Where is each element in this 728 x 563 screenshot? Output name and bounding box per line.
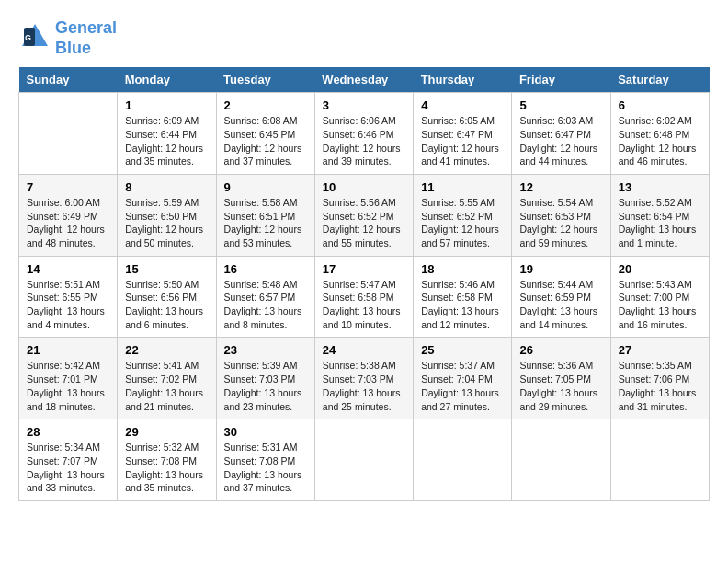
day-number: 3 <box>323 98 405 112</box>
day-info: Sunrise: 5:50 AM Sunset: 6:56 PM Dayligh… <box>125 278 208 332</box>
day-cell-13: 13Sunrise: 5:52 AM Sunset: 6:54 PM Dayli… <box>610 174 709 256</box>
column-header-friday: Friday <box>512 67 610 93</box>
day-info: Sunrise: 5:46 AM Sunset: 6:58 PM Dayligh… <box>421 278 504 332</box>
column-header-wednesday: Wednesday <box>314 67 413 93</box>
day-number: 9 <box>224 180 307 194</box>
week-row-1: 1Sunrise: 6:09 AM Sunset: 6:44 PM Daylig… <box>19 93 710 175</box>
week-row-3: 14Sunrise: 5:51 AM Sunset: 6:55 PM Dayli… <box>19 256 710 338</box>
logo-text-line2: Blue <box>55 39 117 59</box>
day-number: 5 <box>519 98 602 112</box>
day-info: Sunrise: 5:41 AM Sunset: 7:02 PM Dayligh… <box>125 359 208 413</box>
day-cell-2: 2Sunrise: 6:08 AM Sunset: 6:45 PM Daylig… <box>216 93 314 175</box>
day-info: Sunrise: 5:42 AM Sunset: 7:01 PM Dayligh… <box>27 359 109 413</box>
day-cell-25: 25Sunrise: 5:37 AM Sunset: 7:04 PM Dayli… <box>414 338 512 419</box>
day-number: 30 <box>224 425 307 439</box>
day-number: 25 <box>421 343 504 357</box>
logo-text-line1: General <box>55 18 117 39</box>
day-info: Sunrise: 6:05 AM Sunset: 6:47 PM Dayligh… <box>421 114 504 168</box>
day-cell-26: 26Sunrise: 5:36 AM Sunset: 7:05 PM Dayli… <box>512 338 610 419</box>
logo-icon: G <box>18 20 51 53</box>
empty-cell <box>314 419 413 501</box>
day-info: Sunrise: 6:03 AM Sunset: 6:47 PM Dayligh… <box>519 114 602 168</box>
day-cell-28: 28Sunrise: 5:34 AM Sunset: 7:07 PM Dayli… <box>19 419 118 501</box>
day-info: Sunrise: 5:44 AM Sunset: 6:59 PM Dayligh… <box>519 278 602 332</box>
day-cell-23: 23Sunrise: 5:39 AM Sunset: 7:03 PM Dayli… <box>216 338 314 419</box>
day-number: 28 <box>27 425 109 439</box>
day-info: Sunrise: 5:38 AM Sunset: 7:03 PM Dayligh… <box>323 359 405 413</box>
empty-cell <box>512 419 610 501</box>
day-info: Sunrise: 5:39 AM Sunset: 7:03 PM Dayligh… <box>224 359 307 413</box>
column-header-sunday: Sunday <box>19 67 118 93</box>
calendar-table: SundayMondayTuesdayWednesdayThursdayFrid… <box>18 67 710 501</box>
week-row-4: 21Sunrise: 5:42 AM Sunset: 7:01 PM Dayli… <box>19 338 710 419</box>
day-info: Sunrise: 5:51 AM Sunset: 6:55 PM Dayligh… <box>27 278 109 332</box>
day-number: 20 <box>619 262 701 276</box>
day-info: Sunrise: 5:43 AM Sunset: 7:00 PM Dayligh… <box>619 278 701 332</box>
day-info: Sunrise: 5:48 AM Sunset: 6:57 PM Dayligh… <box>224 278 307 332</box>
day-number: 27 <box>619 343 701 357</box>
day-number: 11 <box>421 180 504 194</box>
column-header-saturday: Saturday <box>610 67 709 93</box>
day-number: 24 <box>323 343 405 357</box>
svg-text:G: G <box>25 33 31 42</box>
week-row-5: 28Sunrise: 5:34 AM Sunset: 7:07 PM Dayli… <box>19 419 710 501</box>
day-cell-3: 3Sunrise: 6:06 AM Sunset: 6:46 PM Daylig… <box>314 93 413 175</box>
day-cell-10: 10Sunrise: 5:56 AM Sunset: 6:52 PM Dayli… <box>314 174 413 256</box>
day-number: 6 <box>619 98 701 112</box>
day-cell-6: 6Sunrise: 6:02 AM Sunset: 6:48 PM Daylig… <box>610 93 709 175</box>
day-info: Sunrise: 5:52 AM Sunset: 6:54 PM Dayligh… <box>619 196 701 250</box>
day-info: Sunrise: 5:37 AM Sunset: 7:04 PM Dayligh… <box>421 359 504 413</box>
day-number: 10 <box>323 180 405 194</box>
day-number: 19 <box>519 262 602 276</box>
day-info: Sunrise: 6:09 AM Sunset: 6:44 PM Dayligh… <box>125 114 208 168</box>
empty-cell <box>414 419 512 501</box>
day-number: 29 <box>125 425 208 439</box>
day-info: Sunrise: 5:59 AM Sunset: 6:50 PM Dayligh… <box>125 196 208 250</box>
day-number: 21 <box>27 343 109 357</box>
day-cell-17: 17Sunrise: 5:47 AM Sunset: 6:58 PM Dayli… <box>314 256 413 338</box>
day-cell-5: 5Sunrise: 6:03 AM Sunset: 6:47 PM Daylig… <box>512 93 610 175</box>
day-number: 13 <box>619 180 701 194</box>
day-cell-1: 1Sunrise: 6:09 AM Sunset: 6:44 PM Daylig… <box>118 93 216 175</box>
day-cell-18: 18Sunrise: 5:46 AM Sunset: 6:58 PM Dayli… <box>414 256 512 338</box>
day-cell-21: 21Sunrise: 5:42 AM Sunset: 7:01 PM Dayli… <box>19 338 118 419</box>
day-cell-7: 7Sunrise: 6:00 AM Sunset: 6:49 PM Daylig… <box>19 174 118 256</box>
column-header-tuesday: Tuesday <box>216 67 314 93</box>
day-info: Sunrise: 5:47 AM Sunset: 6:58 PM Dayligh… <box>323 278 405 332</box>
day-number: 12 <box>519 180 602 194</box>
day-info: Sunrise: 5:32 AM Sunset: 7:08 PM Dayligh… <box>125 441 208 495</box>
logo: G General Blue <box>18 18 117 58</box>
day-cell-9: 9Sunrise: 5:58 AM Sunset: 6:51 PM Daylig… <box>216 174 314 256</box>
column-header-monday: Monday <box>118 67 216 93</box>
week-row-2: 7Sunrise: 6:00 AM Sunset: 6:49 PM Daylig… <box>19 174 710 256</box>
day-info: Sunrise: 5:35 AM Sunset: 7:06 PM Dayligh… <box>619 359 701 413</box>
day-info: Sunrise: 5:55 AM Sunset: 6:52 PM Dayligh… <box>421 196 504 250</box>
day-cell-12: 12Sunrise: 5:54 AM Sunset: 6:53 PM Dayli… <box>512 174 610 256</box>
empty-cell <box>610 419 709 501</box>
day-number: 23 <box>224 343 307 357</box>
day-cell-11: 11Sunrise: 5:55 AM Sunset: 6:52 PM Dayli… <box>414 174 512 256</box>
day-cell-15: 15Sunrise: 5:50 AM Sunset: 6:56 PM Dayli… <box>118 256 216 338</box>
header-row: SundayMondayTuesdayWednesdayThursdayFrid… <box>19 67 710 93</box>
day-info: Sunrise: 5:31 AM Sunset: 7:08 PM Dayligh… <box>224 441 307 495</box>
day-number: 15 <box>125 262 208 276</box>
column-header-thursday: Thursday <box>414 67 512 93</box>
day-number: 17 <box>323 262 405 276</box>
day-number: 16 <box>224 262 307 276</box>
day-cell-30: 30Sunrise: 5:31 AM Sunset: 7:08 PM Dayli… <box>216 419 314 501</box>
day-info: Sunrise: 5:54 AM Sunset: 6:53 PM Dayligh… <box>519 196 602 250</box>
day-number: 2 <box>224 98 307 112</box>
day-number: 18 <box>421 262 504 276</box>
day-info: Sunrise: 6:06 AM Sunset: 6:46 PM Dayligh… <box>323 114 405 168</box>
day-cell-14: 14Sunrise: 5:51 AM Sunset: 6:55 PM Dayli… <box>19 256 118 338</box>
day-info: Sunrise: 5:34 AM Sunset: 7:07 PM Dayligh… <box>27 441 109 495</box>
day-number: 22 <box>125 343 208 357</box>
day-info: Sunrise: 6:00 AM Sunset: 6:49 PM Dayligh… <box>27 196 109 250</box>
day-info: Sunrise: 6:08 AM Sunset: 6:45 PM Dayligh… <box>224 114 307 168</box>
day-number: 8 <box>125 180 208 194</box>
day-number: 7 <box>27 180 109 194</box>
day-number: 14 <box>27 262 109 276</box>
day-cell-8: 8Sunrise: 5:59 AM Sunset: 6:50 PM Daylig… <box>118 174 216 256</box>
day-number: 4 <box>421 98 504 112</box>
day-cell-29: 29Sunrise: 5:32 AM Sunset: 7:08 PM Dayli… <box>118 419 216 501</box>
